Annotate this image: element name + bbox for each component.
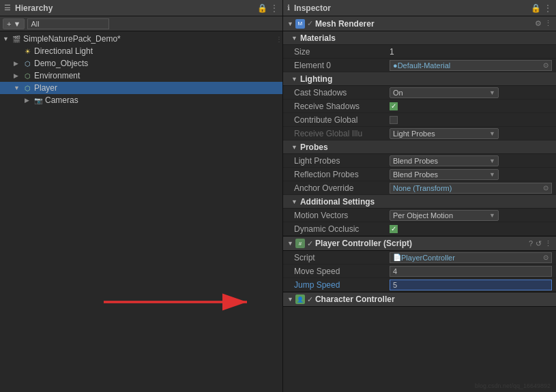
light-probes-label: Light Probes xyxy=(294,156,390,166)
mesh-renderer-title: Mesh Renderer xyxy=(315,19,535,29)
dynamic-occlusion-row: Dynamic Occlusic ✓ xyxy=(283,222,556,236)
lock-icon[interactable]: 🔒 xyxy=(531,3,541,13)
move-speed-input[interactable] xyxy=(390,266,552,277)
receive-shadows-checkbox[interactable]: ✓ xyxy=(390,102,398,110)
script-checkbox[interactable]: ✓ xyxy=(307,239,313,248)
menu-icon[interactable]: ⋮ xyxy=(544,3,552,13)
contribute-global-checkbox[interactable] xyxy=(390,116,398,124)
gear-icon[interactable]: ⚙ xyxy=(535,19,542,28)
dynamic-occlusion-label: Dynamic Occlusic xyxy=(294,224,390,234)
dropdown-arrow: ▼ xyxy=(489,157,495,164)
reflection-probes-value: Blend Probes xyxy=(393,170,438,179)
expand-arrow: ▼ xyxy=(291,198,297,205)
jump-speed-row: Jump Speed xyxy=(283,278,556,292)
camera-icon: 📷 xyxy=(33,95,44,105)
script-doc-icon: 📄 xyxy=(393,254,401,261)
lighting-section-header[interactable]: ▼ Lighting xyxy=(283,72,556,86)
anchor-circle[interactable]: ⊙ xyxy=(543,184,548,192)
element0-value: Default-Material xyxy=(398,61,451,70)
reflection-probes-row: Reflection Probes Blend Probes ▼ xyxy=(283,168,556,181)
inspector-title: Inspector xyxy=(294,3,527,13)
move-speed-row: Move Speed xyxy=(283,265,556,278)
char-checkbox[interactable]: ✓ xyxy=(307,295,313,304)
menu-icon[interactable]: ⋮ xyxy=(544,19,552,28)
receive-global-row: Receive Global Illu Light Probes ▼ xyxy=(283,127,556,140)
tree-item-label: Cameras xyxy=(45,95,78,105)
move-speed-label: Move Speed xyxy=(294,267,390,276)
menu-icon[interactable]: ⋮ xyxy=(270,3,278,13)
expand-arrow: ▼ xyxy=(287,296,293,303)
item-menu[interactable]: ⋮ xyxy=(276,35,282,43)
expand-arrow: ▼ xyxy=(287,20,293,27)
light-probes-dropdown[interactable]: Blend Probes ▼ xyxy=(390,155,499,166)
inspector-content: ▼ M ✓ Mesh Renderer ⚙ ⋮ ▼ Materials Size… xyxy=(283,16,556,392)
mesh-icon: M xyxy=(295,19,305,29)
tree-item-cameras[interactable]: ▶ 📷 Cameras xyxy=(0,94,282,106)
lock-icon[interactable]: 🔒 xyxy=(257,3,267,13)
inspector-icon: ℹ xyxy=(287,3,290,12)
anchor-override-label: Anchor Override xyxy=(294,183,390,193)
add-button[interactable]: + ▼ xyxy=(3,18,25,29)
element0-circle[interactable]: ⊙ xyxy=(543,61,548,69)
reflection-probes-dropdown[interactable]: Blend Probes ▼ xyxy=(390,169,499,180)
receive-shadows-label: Receive Shadows xyxy=(294,102,390,111)
tree-item-directional-light[interactable]: ☀ Directional Light xyxy=(0,45,282,57)
receive-global-label: Receive Global Illu xyxy=(294,129,390,138)
menu-icon[interactable]: ⋮ xyxy=(544,239,552,248)
script-circle[interactable]: ⊙ xyxy=(543,254,548,261)
script-value: PlayerController xyxy=(401,254,455,262)
anchor-override-value: None (Transform) xyxy=(393,184,452,192)
char-controller-header[interactable]: ▼ 👤 ✓ Character Controller xyxy=(283,292,556,307)
player-controller-header[interactable]: ▼ # ✓ Player Controller (Script) ? ↺ ⋮ xyxy=(283,236,556,251)
script-field[interactable]: 📄 PlayerController ⊙ xyxy=(390,252,552,263)
motion-vectors-row: Motion Vectors Per Object Motion ▼ xyxy=(283,209,556,222)
additional-title: Additional Settings xyxy=(300,197,375,207)
size-value[interactable]: 1 xyxy=(390,47,552,57)
tree-item-label: Demo_Objects xyxy=(34,59,88,68)
search-input[interactable] xyxy=(27,18,109,29)
element0-label: Element 0 xyxy=(294,61,390,70)
hierarchy-header: ☰ Hierarchy 🔒 ⋮ xyxy=(0,0,282,16)
jump-speed-input[interactable] xyxy=(390,280,552,290)
dynamic-occlusion-checkbox[interactable]: ✓ xyxy=(390,225,398,233)
receive-global-dropdown[interactable]: Light Probes ▼ xyxy=(390,128,499,139)
mesh-renderer-header[interactable]: ▼ M ✓ Mesh Renderer ⚙ ⋮ xyxy=(283,16,556,31)
script-label: Script xyxy=(294,253,390,262)
tree-item-player[interactable]: ▼ ⬡ Player xyxy=(0,82,282,94)
script-icon: # xyxy=(295,239,305,248)
player-controller-actions: ? ↺ ⋮ xyxy=(529,239,552,248)
cast-shadows-row: Cast Shadows On ▼ xyxy=(283,86,556,100)
motion-vectors-value: Per Object Motion xyxy=(393,211,453,220)
mesh-renderer-actions: ⚙ ⋮ xyxy=(535,19,552,28)
material-dot: ● xyxy=(393,61,398,70)
dropdown-arrow: ▼ xyxy=(489,171,495,178)
contribute-global-label: Contribute Global xyxy=(294,115,390,125)
probes-section-header[interactable]: ▼ Probes xyxy=(283,140,556,154)
mesh-checkbox[interactable]: ✓ xyxy=(307,19,313,28)
tree-item-label: Player xyxy=(34,83,57,93)
cast-shadows-dropdown[interactable]: On ▼ xyxy=(390,87,499,98)
expand-arrow: ▼ xyxy=(287,240,293,247)
tree-item-simple-nature[interactable]: ▼ 🎬 SimpleNaturePack_Demo* ⋮ xyxy=(0,33,282,45)
tree-item-demo-objects[interactable]: ▶ ⬡ Demo_Objects xyxy=(0,57,282,70)
char-controller-title: Character Controller xyxy=(315,295,552,304)
question-icon[interactable]: ? xyxy=(529,239,533,248)
scene-icon: 🎬 xyxy=(11,34,22,44)
expand-arrow: ▼ xyxy=(291,35,297,42)
materials-section-header[interactable]: ▼ Materials xyxy=(283,31,556,45)
env-icon: ⬡ xyxy=(22,71,33,80)
cast-shadows-value: On xyxy=(393,89,403,97)
anchor-override-row: Anchor Override None (Transform) ⊙ xyxy=(283,181,556,195)
anchor-override-field[interactable]: None (Transform) ⊙ xyxy=(390,183,552,194)
contribute-global-row: Contribute Global xyxy=(283,113,556,127)
inspector-header: ℹ Inspector 🔒 ⋮ xyxy=(283,0,556,16)
hierarchy-header-actions: 🔒 ⋮ xyxy=(257,3,278,13)
tree-item-environment[interactable]: ▶ ⬡ Environment xyxy=(0,70,282,82)
reload-icon[interactable]: ↺ xyxy=(536,239,542,248)
additional-section-header[interactable]: ▼ Additional Settings xyxy=(283,195,556,209)
element0-field[interactable]: ● Default-Material ⊙ xyxy=(390,60,552,71)
size-row: Size 1 xyxy=(283,45,556,59)
element0-row: Element 0 ● Default-Material ⊙ xyxy=(283,59,556,72)
expand-arrow: ▼ xyxy=(3,35,11,42)
motion-vectors-dropdown[interactable]: Per Object Motion ▼ xyxy=(390,210,499,221)
